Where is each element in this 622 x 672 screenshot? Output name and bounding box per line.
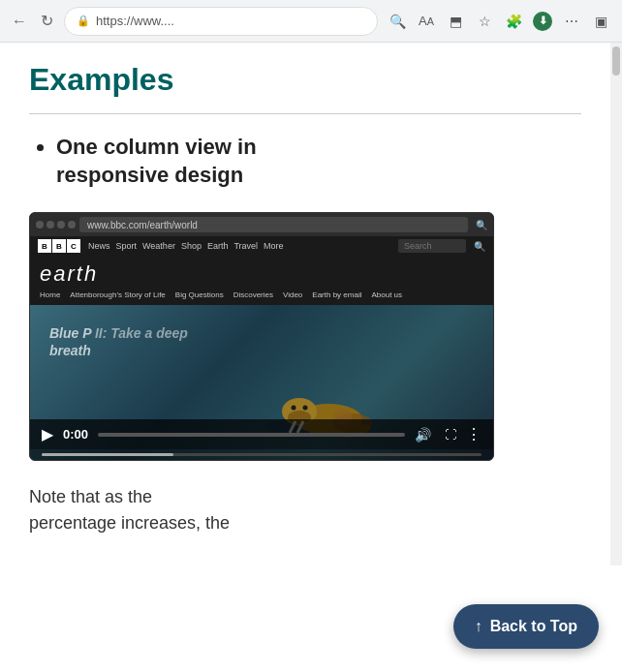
sidebar-button[interactable]: ▣ [587,8,614,35]
more-options-button[interactable]: ⋮ [466,425,482,443]
bbc-link-weather[interactable]: Weather [142,241,175,251]
video-subtitle: II: Take a deep [95,325,188,341]
full-progress-container [30,449,493,460]
earth-nav-email[interactable]: Earth by email [312,290,361,299]
inner-dot-4 [68,221,76,229]
full-progress-fill [42,453,173,456]
inner-browser-controls [36,221,76,229]
bookmark-button[interactable]: ☆ [471,8,498,35]
inner-browser-bar: www.bbc.com/earth/world 🔍 [30,213,493,236]
bbc-link-more[interactable]: More [264,241,284,251]
video-progress-bar[interactable] [98,433,405,437]
bbc-letter-c: C [67,239,80,253]
note-text-line1: Note that as the [29,487,152,506]
bbc-nav-links: News Sport Weather Shop Earth Travel Mor… [88,241,284,251]
lock-icon: 🔒 [77,15,90,27]
list-item-1-line1: One column view in [56,135,257,159]
video-title-overlay: Blue P II: Take a deep breath [49,324,188,359]
page-title: Examples [29,62,581,98]
address-bar[interactable]: 🔒 https://www.... [64,7,378,36]
inner-url-text: www.bbc.com/earth/world [87,220,198,230]
inner-search-icon: 🔍 [476,220,487,230]
earth-nav-discoveries[interactable]: Discoveries [233,290,273,299]
note-text-line2: percentage increases, the [29,513,230,533]
inner-address-bar: www.bbc.com/earth/world [79,217,468,232]
browser-chrome: ← ↻ 🔒 https://www.... 🔍 AA ⬒ ☆ 🧩 ⬇ ⋯ ▣ [0,0,622,43]
content-list: One column view in responsive design [29,134,581,189]
earth-nav: Home Attenborough's Story of Life Big Qu… [40,290,483,299]
page-content: Examples One column view in responsive d… [0,43,610,565]
bbc-letter-b1: B [38,239,51,253]
list-item-1-line2: responsive design [56,163,243,187]
profile-button[interactable]: ⬇ [529,8,556,35]
list-item-1: One column view in responsive design [56,134,581,189]
video-controls: ▶ 0:00 🔊 ⛶ ⋮ [30,419,493,449]
video-area[interactable]: Blue P II: Take a deep breath ▶ 0:00 [30,305,493,460]
earth-logo: earth [40,261,483,287]
divider [29,113,581,114]
bbc-link-earth[interactable]: Earth [207,241,229,251]
bbc-logo: B B C [38,239,80,253]
video-title-line1: Blue P [49,325,91,341]
reload-button[interactable]: ↻ [35,10,58,33]
url-text: https://www.... [96,14,174,28]
earth-nav-attenborough[interactable]: Attenborough's Story of Life [70,290,165,299]
bbc-letter-b2: B [52,239,66,253]
bbc-link-shop[interactable]: Shop [181,241,202,251]
time-display: 0:00 [63,427,88,442]
page-wrapper: Examples One column view in responsive d… [0,43,622,565]
video-container: www.bbc.com/earth/world 🔍 B B C News Spo… [29,212,494,461]
bbc-link-news[interactable]: News [88,241,110,251]
video-controls-wrapper: ▶ 0:00 🔊 ⛶ ⋮ [30,419,493,460]
bbc-earth-header: earth Home Attenborough's Story of Life … [30,256,493,305]
inner-dot-3 [57,221,65,229]
zoom-button[interactable]: 🔍 [384,8,411,35]
menu-button[interactable]: ⋯ [558,8,585,35]
earth-nav-big-questions[interactable]: Big Questions [175,290,224,299]
fullscreen-button[interactable]: ⛶ [445,428,456,442]
earth-nav-video[interactable]: Video [283,290,302,299]
bbc-search-icon: 🔍 [474,241,485,252]
cast-button[interactable]: ⬒ [442,8,469,35]
toolbar-icons: 🔍 AA ⬒ ☆ 🧩 ⬇ ⋯ ▣ [384,8,614,35]
extension-button[interactable]: 🧩 [500,8,527,35]
font-button[interactable]: AA [413,8,440,35]
note-text: Note that as the percentage increases, t… [29,484,581,536]
inner-dot-2 [47,221,54,229]
bbc-link-sport[interactable]: Sport [116,241,138,251]
bbc-link-travel[interactable]: Travel [233,241,258,251]
play-button[interactable]: ▶ [42,425,53,443]
scrollbar-thumb[interactable] [612,46,620,76]
svg-point-4 [292,406,296,411]
nav-buttons: ← ↻ [8,10,58,33]
bbc-nav: B B C News Sport Weather Shop Earth Trav… [30,236,493,256]
back-button[interactable]: ← [8,10,31,33]
inner-dot-1 [36,221,44,229]
scrollbar[interactable] [610,43,622,565]
volume-button[interactable]: 🔊 [415,427,431,443]
svg-point-5 [303,406,308,411]
earth-nav-about[interactable]: About us [371,290,402,299]
full-progress-bar[interactable] [42,453,482,456]
bbc-search-input[interactable] [398,239,466,253]
video-title-line2: breath [49,343,91,358]
earth-nav-home[interactable]: Home [40,290,60,299]
